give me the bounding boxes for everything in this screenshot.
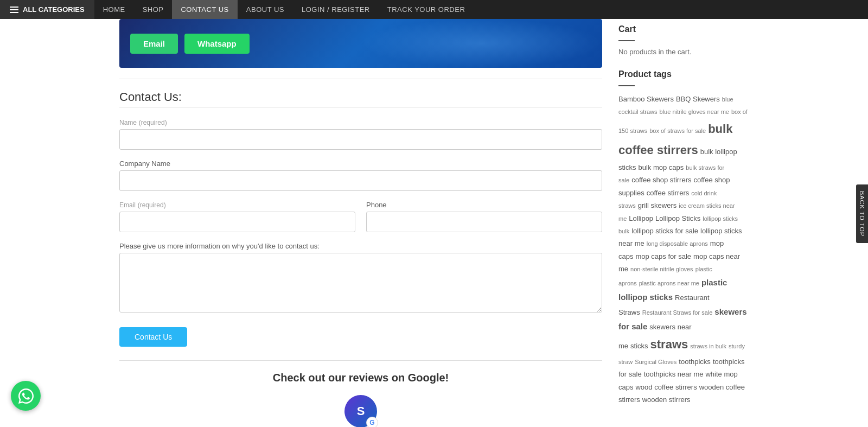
name-group: Name (required) xyxy=(119,118,602,150)
product-tag[interactable]: straws xyxy=(650,337,688,351)
contact-divider xyxy=(119,107,602,107)
product-tag[interactable]: wood coffee stirrers xyxy=(635,383,697,391)
nav-contact-us[interactable]: CONTACT US xyxy=(172,0,237,19)
whatsapp-icon xyxy=(17,387,35,405)
nav-shop[interactable]: SHOP xyxy=(134,0,173,19)
nav-track-order[interactable]: TRACK YOUR ORDER xyxy=(379,0,474,19)
product-tag[interactable]: mop caps for sale xyxy=(635,252,691,260)
email-phone-row: Email (required) Phone xyxy=(119,201,602,232)
product-tag[interactable]: blue nitrile gloves near me xyxy=(660,109,729,115)
name-input[interactable] xyxy=(119,129,602,150)
cart-empty-text: No products in the cart. xyxy=(618,48,749,56)
nav-login-register[interactable]: LOGIN / REGISTER xyxy=(293,0,379,19)
product-tag[interactable]: lollipop sticks for sale xyxy=(631,227,698,235)
reviews-section: Check out our reviews on Google! ‹ S G s… xyxy=(119,360,602,427)
product-tag[interactable]: grill skewers xyxy=(638,201,677,209)
tags-underline xyxy=(618,85,635,86)
email-button[interactable]: Email xyxy=(130,34,178,54)
message-group: Please give us more information on why y… xyxy=(119,242,602,314)
product-tag[interactable]: straws in bulk xyxy=(690,343,726,349)
whatsapp-float-button[interactable] xyxy=(11,381,41,411)
submit-contact-button[interactable]: Contact Us xyxy=(119,327,187,347)
nav-home[interactable]: HOME xyxy=(94,0,134,19)
product-tag[interactable]: bulk mop caps xyxy=(639,163,684,171)
product-tag[interactable]: box of straws for sale xyxy=(649,128,706,134)
company-group: Company Name xyxy=(119,160,602,191)
product-tag[interactable]: toothpicks xyxy=(679,358,711,366)
product-tag[interactable]: toothpicks near me xyxy=(644,370,704,378)
email-input[interactable] xyxy=(119,212,355,232)
company-label: Company Name xyxy=(119,160,602,168)
product-tags-title: Product tags xyxy=(618,69,749,82)
message-label: Please give us more information on why y… xyxy=(119,242,602,250)
product-tag[interactable]: Lollipop xyxy=(629,214,653,222)
contact-section: Contact Us: Name (required) Company Name… xyxy=(119,79,602,347)
reviewer-avatar: S G xyxy=(344,395,377,427)
navbar: ALL CATEGORIES HOME SHOP CONTACT US ABOU… xyxy=(0,0,868,19)
message-textarea[interactable] xyxy=(119,253,602,313)
reviewer-card: S G shaun sherratt 12 May 2023 ★★★★★ xyxy=(336,395,385,427)
product-tags-section: Product tags Bamboo SkewersBBQ Skewersbl… xyxy=(618,69,749,406)
phone-label: Phone xyxy=(366,201,602,209)
nav-about-us[interactable]: ABOUT US xyxy=(238,0,293,19)
reviews-title: Check out our reviews on Google! xyxy=(119,372,602,384)
product-tag[interactable]: sticks xyxy=(630,342,648,350)
name-label: Name (required) xyxy=(119,118,602,126)
product-tag[interactable]: Lollipop Sticks xyxy=(655,214,700,222)
company-input[interactable] xyxy=(119,170,602,191)
cart-title: Cart xyxy=(618,24,749,37)
product-tags-list: Bamboo SkewersBBQ Skewersblue cocktail s… xyxy=(618,93,749,406)
product-tag[interactable]: Surgical Gloves xyxy=(635,359,676,365)
banner-area: Email Whatsapp xyxy=(119,19,602,68)
product-tag[interactable]: coffee stirrers xyxy=(647,189,690,197)
product-tag[interactable]: BBQ Skewers xyxy=(676,95,720,103)
all-categories-label: ALL CATEGORIES xyxy=(23,5,85,14)
product-tag[interactable]: coffee shop stirrers xyxy=(631,176,691,184)
page-wrapper: Email Whatsapp Contact Us: Name (require… xyxy=(108,19,760,427)
whatsapp-button[interactable]: Whatsapp xyxy=(184,34,250,54)
google-badge: G xyxy=(366,417,378,427)
cart-underline xyxy=(618,40,635,41)
all-categories-button[interactable]: ALL CATEGORIES xyxy=(0,0,94,19)
phone-input[interactable] xyxy=(366,212,602,232)
contact-title: Contact Us: xyxy=(119,90,602,104)
reviews-next-button[interactable]: › xyxy=(391,422,406,428)
product-tag[interactable]: plastic aprons near me xyxy=(639,280,699,286)
main-content: Email Whatsapp Contact Us: Name (require… xyxy=(119,19,602,427)
product-tag[interactable]: Restaurant Straws for sale xyxy=(642,309,713,316)
email-group: Email (required) xyxy=(119,201,355,232)
product-tag[interactable]: long disposable aprons xyxy=(647,240,708,247)
product-tag[interactable]: Bamboo Skewers xyxy=(618,95,674,103)
nav-links: HOME SHOP CONTACT US ABOUT US LOGIN / RE… xyxy=(94,0,474,19)
phone-group: Phone xyxy=(366,201,602,232)
sidebar: Cart No products in the cart. Product ta… xyxy=(618,19,749,427)
back-to-top-button[interactable]: BACK TO TOP xyxy=(856,184,868,243)
product-tag[interactable]: non-sterile nitrile gloves xyxy=(630,266,693,272)
product-tag[interactable]: wooden stirrers xyxy=(642,396,691,404)
email-label: Email (required) xyxy=(119,201,355,209)
hamburger-icon xyxy=(10,7,18,13)
reviews-prev-button[interactable]: ‹ xyxy=(316,422,331,428)
cart-section: Cart No products in the cart. xyxy=(618,24,749,56)
